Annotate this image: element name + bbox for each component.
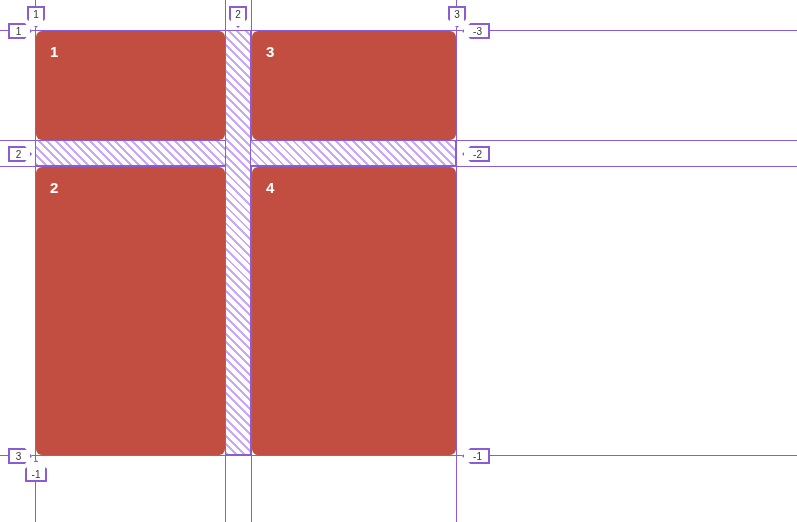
cell-label: 4 (266, 179, 274, 196)
grid-cell-2: 2 (36, 167, 225, 455)
col-badge-top-1: 1 (27, 6, 45, 28)
row-badge-right-neg3: -3 (462, 23, 490, 39)
row-badge-left-2: 2 (8, 146, 32, 162)
grid-cell-4: 4 (252, 167, 456, 455)
col-line-3 (456, 0, 457, 522)
col-gap-hatch (225, 30, 251, 455)
cell-label: 2 (50, 179, 58, 196)
grid-inspector-diagram: 1 2 3 4 1 2 3 1 2 3 -3 -2 -1 -1 (0, 0, 797, 522)
row-badge-right-neg1: -1 (462, 448, 490, 464)
row-line-3 (0, 455, 797, 456)
col-badge-top-3: 3 (448, 6, 466, 28)
row-badge-left-1: 1 (8, 23, 32, 39)
grid-cell-1: 1 (36, 31, 225, 140)
cell-label: 1 (50, 43, 58, 60)
row-badge-left-3: 3 (8, 448, 32, 464)
cell-label: 3 (266, 43, 274, 60)
row-badge-right-neg2: -2 (462, 146, 490, 162)
grid-cell-3: 3 (252, 31, 456, 140)
col-badge-bot-neg1: -1 (25, 460, 47, 482)
col-badge-top-2: 2 (229, 6, 247, 28)
